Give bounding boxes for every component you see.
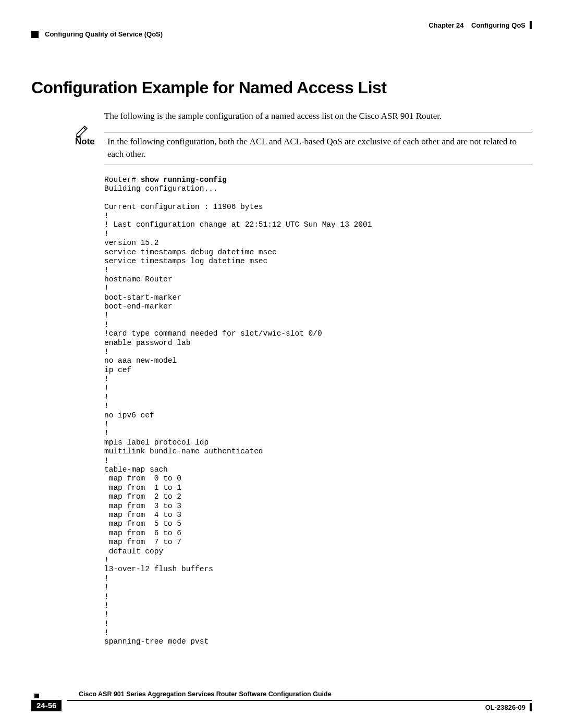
- footer-guide-title: Cisco ASR 901 Series Aggregation Service…: [79, 690, 332, 698]
- intro-paragraph: The following is the sample configuratio…: [104, 110, 532, 122]
- doc-id-text: OL-23826-09: [485, 704, 525, 711]
- header-right: Chapter 24 Configuring QoS: [429, 21, 532, 29]
- divider: [104, 132, 532, 132]
- footer-bar-icon: [530, 703, 532, 711]
- header-square-icon: [31, 31, 39, 38]
- footer-square-icon: [34, 694, 39, 698]
- note-block: Note In the following configuration, bot…: [104, 132, 532, 165]
- body-content: The following is the sample configuratio…: [104, 110, 532, 647]
- header-left: Configuring Quality of Service (QoS): [31, 30, 163, 38]
- section-title: Configuring Quality of Service (QoS): [45, 30, 163, 38]
- document-page: Chapter 24 Configuring QoS Configuring Q…: [0, 0, 563, 728]
- chapter-label: Chapter 24: [429, 21, 463, 29]
- page-header: Chapter 24 Configuring QoS Configuring Q…: [31, 21, 532, 44]
- note-text: In the following configuration, both the…: [107, 135, 532, 161]
- cli-prompt: Router#: [104, 176, 141, 184]
- config-output: Router# show running-config Building con…: [104, 176, 532, 647]
- header-bar-icon: [530, 21, 532, 29]
- page-footer: Cisco ASR 901 Series Aggregation Service…: [31, 690, 532, 711]
- page-number-badge: 24-56: [31, 700, 62, 711]
- cli-command: show running-config: [141, 176, 227, 184]
- footer-rule: [67, 700, 532, 701]
- chapter-title: Configuring QoS: [471, 21, 525, 29]
- footer-doc-id: OL-23826-09: [485, 703, 532, 711]
- page-title: Configuration Example for Named Access L…: [31, 78, 532, 97]
- cli-body: Building configuration... Current config…: [104, 184, 372, 646]
- pencil-icon: [75, 125, 89, 141]
- divider: [104, 165, 532, 165]
